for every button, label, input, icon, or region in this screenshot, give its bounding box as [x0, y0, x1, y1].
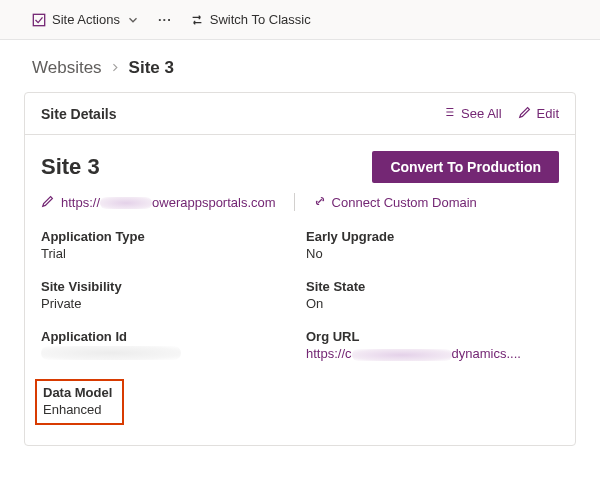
field-value: Private	[41, 296, 294, 311]
pencil-icon	[518, 105, 532, 122]
field-data-model: Data Model Enhanced	[41, 379, 294, 425]
org-url-link[interactable]: https://cdynamics....	[306, 346, 559, 361]
field-label: Early Upgrade	[306, 229, 559, 244]
redacted-smudge	[352, 349, 452, 361]
field-site-state: Site State On	[306, 279, 559, 311]
org-url-suffix: dynamics....	[452, 346, 521, 361]
divider	[294, 193, 295, 211]
site-actions-menu[interactable]: Site Actions	[32, 12, 140, 27]
svg-rect-0	[33, 14, 44, 25]
see-all-button[interactable]: See All	[442, 105, 501, 122]
edit-button[interactable]: Edit	[518, 105, 559, 122]
site-url-link[interactable]: https://owerappsportals.com	[61, 195, 276, 210]
data-model-highlight: Data Model Enhanced	[35, 379, 124, 425]
site-actions-label: Site Actions	[52, 12, 120, 27]
field-value: Trial	[41, 246, 294, 261]
site-name: Site 3	[41, 154, 100, 180]
see-all-label: See All	[461, 106, 501, 121]
switch-classic-label: Switch To Classic	[210, 12, 311, 27]
org-url-prefix: https://c	[306, 346, 352, 361]
field-label: Application Id	[41, 329, 294, 344]
field-value: On	[306, 296, 559, 311]
chevron-right-icon	[110, 58, 121, 78]
field-label: Org URL	[306, 329, 559, 344]
site-url-prefix: https://	[61, 195, 100, 210]
field-label: Application Type	[41, 229, 294, 244]
breadcrumb-leaf: Site 3	[129, 58, 174, 78]
card-title: Site Details	[41, 106, 116, 122]
swap-icon	[190, 13, 204, 27]
field-org-url: Org URL https://cdynamics....	[306, 329, 559, 361]
field-application-type: Application Type Trial	[41, 229, 294, 261]
site-details-card: Site Details See All	[24, 92, 576, 446]
switch-classic-button[interactable]: Switch To Classic	[190, 12, 311, 27]
field-label: Site State	[306, 279, 559, 294]
list-icon	[442, 105, 456, 122]
field-site-visibility: Site Visibility Private	[41, 279, 294, 311]
field-label: Data Model	[43, 385, 112, 400]
convert-to-production-button[interactable]: Convert To Production	[372, 151, 559, 183]
field-value: No	[306, 246, 559, 261]
connect-domain-button[interactable]: Connect Custom Domain	[313, 194, 477, 211]
site-url-suffix: owerappsportals.com	[152, 195, 276, 210]
field-label: Site Visibility	[41, 279, 294, 294]
breadcrumb-root[interactable]: Websites	[32, 58, 102, 78]
chevron-down-icon	[126, 13, 140, 27]
edit-label: Edit	[537, 106, 559, 121]
field-value: Enhanced	[43, 402, 112, 417]
field-early-upgrade: Early Upgrade No	[306, 229, 559, 261]
field-application-id: Application Id	[41, 329, 294, 361]
redacted-smudge	[100, 197, 152, 209]
connect-domain-label: Connect Custom Domain	[332, 195, 477, 210]
breadcrumb: Websites Site 3	[0, 40, 600, 92]
check-square-icon	[32, 13, 46, 27]
redacted-smudge	[41, 346, 181, 360]
command-bar: Site Actions ··· Switch To Classic	[0, 0, 600, 40]
link-icon	[313, 194, 327, 211]
pencil-icon[interactable]	[41, 194, 55, 211]
overflow-menu[interactable]: ···	[158, 12, 172, 27]
